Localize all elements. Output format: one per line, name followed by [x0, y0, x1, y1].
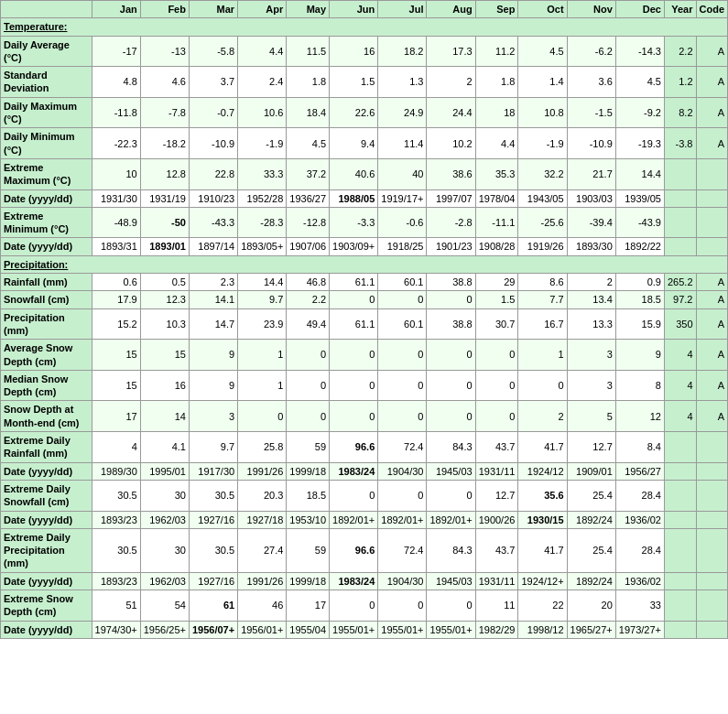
table-body: Temperature:Daily Average (°C)-17-13-5.8… — [1, 18, 728, 639]
data-cell: 1988/05 — [330, 189, 378, 207]
data-cell: 59 — [287, 528, 330, 572]
data-cell: 0 — [378, 401, 427, 432]
data-cell: 0 — [330, 590, 378, 621]
data-cell: 21.7 — [567, 158, 615, 189]
table-row: Date (yyyy/dd)1893/231962/031927/161927/… — [1, 511, 728, 528]
data-cell — [664, 528, 696, 572]
data-cell: 1936/02 — [615, 572, 664, 590]
data-cell: 96.6 — [330, 528, 378, 572]
data-cell: 1893/31 — [92, 238, 140, 255]
data-cell: 51 — [92, 590, 140, 621]
data-cell: 72.4 — [378, 528, 427, 572]
data-cell: 1953/10 — [287, 511, 330, 528]
data-cell: -43.9 — [615, 207, 664, 238]
data-cell: 15 — [92, 370, 140, 401]
data-cell: 1901/23 — [427, 238, 475, 255]
data-cell: 0 — [330, 480, 378, 511]
data-cell: 1936/27 — [287, 189, 330, 207]
data-cell: 4.5 — [518, 36, 567, 67]
col-header-label — [1, 1, 92, 18]
data-cell: 84.3 — [427, 528, 475, 572]
data-cell: -18.2 — [140, 128, 189, 159]
data-cell: 1983/24 — [330, 572, 378, 590]
data-cell: 25.4 — [567, 480, 615, 511]
data-cell: 0 — [378, 340, 427, 371]
data-cell: 20.3 — [238, 480, 287, 511]
data-cell: 17 — [92, 401, 140, 432]
data-cell: -11.8 — [92, 97, 140, 128]
data-cell: 1919/17+ — [378, 189, 427, 207]
data-cell: -7.8 — [140, 97, 189, 128]
data-cell: 14.4 — [615, 158, 664, 189]
data-cell: -17 — [92, 36, 140, 67]
row-label: Precipitation (mm) — [1, 308, 92, 340]
data-cell: 1930/15 — [518, 511, 567, 528]
data-cell: 35.3 — [475, 158, 518, 189]
data-cell: -1.5 — [567, 97, 615, 128]
data-cell: 10.3 — [140, 308, 189, 340]
data-cell: 1 — [238, 340, 287, 371]
data-cell: 30.7 — [475, 308, 518, 340]
data-cell: 1945/03 — [427, 462, 475, 480]
data-cell: 33 — [615, 590, 664, 621]
data-cell: -2.8 — [427, 207, 475, 238]
data-cell: 0 — [378, 370, 427, 401]
data-cell: 2.2 — [664, 36, 696, 67]
data-cell: 4.5 — [287, 128, 330, 159]
data-cell: 14.4 — [238, 274, 287, 291]
data-cell: 0 — [238, 401, 287, 432]
data-cell: 43.7 — [475, 432, 518, 463]
data-cell: -19.3 — [615, 128, 664, 159]
data-cell — [696, 158, 728, 189]
data-cell: -14.3 — [615, 36, 664, 67]
col-header-jul: Jul — [378, 1, 427, 18]
data-cell: 1 — [238, 370, 287, 401]
data-cell: 1927/16 — [189, 572, 237, 590]
data-cell: 1.5 — [475, 291, 518, 308]
row-label: Daily Maximum (°C) — [1, 97, 92, 128]
col-header-may: May — [287, 1, 330, 18]
row-label: Date (yyyy/dd) — [1, 462, 92, 480]
data-cell: 1908/28 — [475, 238, 518, 255]
data-cell: 1982/29 — [475, 621, 518, 638]
data-cell: 2 — [567, 274, 615, 291]
data-cell: 1904/30 — [378, 462, 427, 480]
data-cell — [696, 432, 728, 463]
data-cell: 1991/26 — [238, 572, 287, 590]
data-cell: 1955/01+ — [378, 621, 427, 638]
data-cell: 0 — [378, 480, 427, 511]
data-cell: 4 — [664, 340, 696, 371]
data-cell: 17.3 — [427, 36, 475, 67]
data-cell: 3 — [567, 370, 615, 401]
data-cell: 2 — [427, 67, 475, 98]
section-header-row: Precipitation: — [1, 255, 728, 273]
data-cell: 12.8 — [140, 158, 189, 189]
data-cell: 30.5 — [189, 480, 237, 511]
data-cell: -12.8 — [287, 207, 330, 238]
data-cell: 60.1 — [378, 308, 427, 340]
data-cell: 8.2 — [664, 97, 696, 128]
data-cell: 1892/01+ — [427, 511, 475, 528]
data-cell: 1903/09+ — [330, 238, 378, 255]
data-cell: 2.3 — [189, 274, 237, 291]
data-cell: A — [696, 370, 728, 401]
data-cell: 1903/03 — [567, 189, 615, 207]
data-cell: 14.7 — [189, 308, 237, 340]
data-cell: 7.7 — [518, 291, 567, 308]
data-cell: 0 — [378, 590, 427, 621]
data-cell: 11 — [475, 590, 518, 621]
data-cell: -11.1 — [475, 207, 518, 238]
col-header-code: Code — [696, 1, 728, 18]
data-cell: 1989/30 — [92, 462, 140, 480]
data-cell: 1995/01 — [140, 462, 189, 480]
data-cell: 10.2 — [427, 128, 475, 159]
table-header: JanFebMarAprMayJunJulAugSepOctNovDecYear… — [1, 1, 728, 18]
data-cell: 9 — [615, 340, 664, 371]
data-cell: 1927/16 — [189, 511, 237, 528]
data-cell: 1952/28 — [238, 189, 287, 207]
data-cell: 46 — [238, 590, 287, 621]
data-cell: 43.7 — [475, 528, 518, 572]
table-row: Extreme Minimum (°C)-48.9-50-43.3-28.3-1… — [1, 207, 728, 238]
data-cell: 16.7 — [518, 308, 567, 340]
data-cell: -0.6 — [378, 207, 427, 238]
